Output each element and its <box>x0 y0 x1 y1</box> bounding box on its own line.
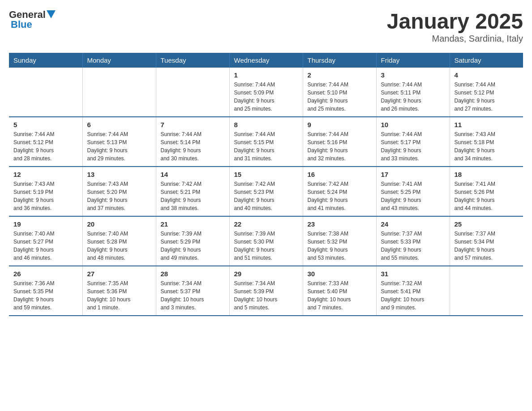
day-info: Sunrise: 7:40 AMSunset: 5:28 PMDaylight:… <box>87 230 151 262</box>
day-info: Sunrise: 7:44 AMSunset: 5:11 PMDaylight:… <box>381 81 445 113</box>
day-info: Sunrise: 7:44 AMSunset: 5:12 PMDaylight:… <box>455 81 519 113</box>
day-info: Sunrise: 7:38 AMSunset: 5:32 PMDaylight:… <box>308 230 372 262</box>
calendar-day-31: 31Sunrise: 7:32 AMSunset: 5:41 PMDayligh… <box>376 266 450 316</box>
day-info: Sunrise: 7:42 AMSunset: 5:24 PMDaylight:… <box>308 180 372 212</box>
calendar-empty-cell <box>82 68 156 117</box>
day-info: Sunrise: 7:44 AMSunset: 5:17 PMDaylight:… <box>381 130 445 163</box>
calendar-day-13: 13Sunrise: 7:43 AMSunset: 5:20 PMDayligh… <box>82 167 156 216</box>
day-info: Sunrise: 7:43 AMSunset: 5:19 PMDaylight:… <box>13 180 78 212</box>
calendar-day-21: 21Sunrise: 7:39 AMSunset: 5:29 PMDayligh… <box>156 216 229 266</box>
calendar-day-20: 20Sunrise: 7:40 AMSunset: 5:28 PMDayligh… <box>82 216 156 266</box>
calendar-day-9: 9Sunrise: 7:44 AMSunset: 5:16 PMDaylight… <box>303 117 376 167</box>
day-number: 18 <box>455 171 519 178</box>
calendar-day-11: 11Sunrise: 7:43 AMSunset: 5:18 PMDayligh… <box>450 117 523 167</box>
calendar-empty-cell <box>450 266 523 316</box>
calendar-day-24: 24Sunrise: 7:37 AMSunset: 5:33 PMDayligh… <box>376 216 450 266</box>
day-info: Sunrise: 7:44 AMSunset: 5:12 PMDaylight:… <box>13 130 78 163</box>
day-number: 13 <box>87 171 151 178</box>
calendar-day-3: 3Sunrise: 7:44 AMSunset: 5:11 PMDaylight… <box>376 68 450 117</box>
svg-marker-0 <box>47 10 56 18</box>
day-number: 16 <box>308 171 372 178</box>
header-wednesday: Wednesday <box>229 53 303 68</box>
day-info: Sunrise: 7:44 AMSunset: 5:13 PMDaylight:… <box>87 130 151 163</box>
day-number: 6 <box>87 121 151 128</box>
day-info: Sunrise: 7:44 AMSunset: 5:14 PMDaylight:… <box>161 130 225 163</box>
header-monday: Monday <box>82 53 156 68</box>
calendar-week-5: 26Sunrise: 7:36 AMSunset: 5:35 PMDayligh… <box>9 266 523 316</box>
calendar-day-23: 23Sunrise: 7:38 AMSunset: 5:32 PMDayligh… <box>303 216 376 266</box>
day-number: 9 <box>308 121 372 128</box>
day-info: Sunrise: 7:41 AMSunset: 5:25 PMDaylight:… <box>381 180 445 212</box>
day-info: Sunrise: 7:43 AMSunset: 5:20 PMDaylight:… <box>87 180 151 212</box>
day-info: Sunrise: 7:36 AMSunset: 5:35 PMDaylight:… <box>13 279 78 312</box>
day-number: 15 <box>234 171 298 178</box>
day-number: 23 <box>308 220 372 228</box>
day-info: Sunrise: 7:33 AMSunset: 5:40 PMDaylight:… <box>308 279 372 312</box>
day-number: 28 <box>161 270 225 278</box>
day-info: Sunrise: 7:44 AMSunset: 5:15 PMDaylight:… <box>234 130 298 163</box>
day-info: Sunrise: 7:35 AMSunset: 5:36 PMDaylight:… <box>87 279 151 312</box>
day-number: 14 <box>161 171 225 178</box>
day-number: 27 <box>87 270 151 278</box>
day-number: 17 <box>381 171 445 178</box>
calendar-week-3: 12Sunrise: 7:43 AMSunset: 5:19 PMDayligh… <box>9 167 523 216</box>
day-number: 2 <box>308 71 372 79</box>
calendar-day-1: 1Sunrise: 7:44 AMSunset: 5:09 PMDaylight… <box>229 68 303 117</box>
day-info: Sunrise: 7:39 AMSunset: 5:30 PMDaylight:… <box>234 230 298 262</box>
calendar-day-4: 4Sunrise: 7:44 AMSunset: 5:12 PMDaylight… <box>450 68 523 117</box>
calendar-day-26: 26Sunrise: 7:36 AMSunset: 5:35 PMDayligh… <box>9 266 82 316</box>
calendar-header-row: SundayMondayTuesdayWednesdayThursdayFrid… <box>9 53 523 68</box>
day-info: Sunrise: 7:44 AMSunset: 5:10 PMDaylight:… <box>308 81 372 113</box>
day-number: 21 <box>161 220 225 228</box>
day-info: Sunrise: 7:37 AMSunset: 5:33 PMDaylight:… <box>381 230 445 262</box>
day-number: 1 <box>234 71 298 79</box>
day-info: Sunrise: 7:34 AMSunset: 5:37 PMDaylight:… <box>161 279 225 312</box>
calendar-week-1: 1Sunrise: 7:44 AMSunset: 5:09 PMDaylight… <box>9 68 523 117</box>
day-number: 8 <box>234 121 298 128</box>
day-number: 4 <box>455 71 519 79</box>
header-friday: Friday <box>376 53 450 68</box>
day-info: Sunrise: 7:44 AMSunset: 5:09 PMDaylight:… <box>234 81 298 113</box>
day-info: Sunrise: 7:37 AMSunset: 5:34 PMDaylight:… <box>455 230 519 262</box>
calendar-day-7: 7Sunrise: 7:44 AMSunset: 5:14 PMDaylight… <box>156 117 229 167</box>
day-info: Sunrise: 7:42 AMSunset: 5:23 PMDaylight:… <box>234 180 298 212</box>
calendar-day-22: 22Sunrise: 7:39 AMSunset: 5:30 PMDayligh… <box>229 216 303 266</box>
logo-arrow-icon <box>47 10 56 19</box>
day-info: Sunrise: 7:41 AMSunset: 5:26 PMDaylight:… <box>455 180 519 212</box>
day-number: 22 <box>234 220 298 228</box>
day-info: Sunrise: 7:42 AMSunset: 5:21 PMDaylight:… <box>161 180 225 212</box>
calendar-day-10: 10Sunrise: 7:44 AMSunset: 5:17 PMDayligh… <box>376 117 450 167</box>
day-number: 24 <box>381 220 445 228</box>
calendar-day-29: 29Sunrise: 7:34 AMSunset: 5:39 PMDayligh… <box>229 266 303 316</box>
day-number: 3 <box>381 71 445 79</box>
day-number: 20 <box>87 220 151 228</box>
calendar-day-16: 16Sunrise: 7:42 AMSunset: 5:24 PMDayligh… <box>303 167 376 216</box>
calendar-day-14: 14Sunrise: 7:42 AMSunset: 5:21 PMDayligh… <box>156 167 229 216</box>
calendar-day-19: 19Sunrise: 7:40 AMSunset: 5:27 PMDayligh… <box>9 216 82 266</box>
header-sunday: Sunday <box>9 53 82 68</box>
calendar-week-4: 19Sunrise: 7:40 AMSunset: 5:27 PMDayligh… <box>9 216 523 266</box>
day-number: 25 <box>455 220 519 228</box>
day-number: 30 <box>308 270 372 278</box>
day-info: Sunrise: 7:44 AMSunset: 5:16 PMDaylight:… <box>308 130 372 163</box>
calendar-day-28: 28Sunrise: 7:34 AMSunset: 5:37 PMDayligh… <box>156 266 229 316</box>
day-info: Sunrise: 7:43 AMSunset: 5:18 PMDaylight:… <box>455 130 519 163</box>
day-number: 12 <box>13 171 78 178</box>
header-saturday: Saturday <box>450 53 523 68</box>
calendar-day-25: 25Sunrise: 7:37 AMSunset: 5:34 PMDayligh… <box>450 216 523 266</box>
title-block: January 2025 Mandas, Sardinia, Italy <box>387 9 523 44</box>
calendar-day-15: 15Sunrise: 7:42 AMSunset: 5:23 PMDayligh… <box>229 167 303 216</box>
calendar-empty-cell <box>156 68 229 117</box>
page-header: General Blue January 2025 Mandas, Sardin… <box>9 9 523 44</box>
calendar-day-27: 27Sunrise: 7:35 AMSunset: 5:36 PMDayligh… <box>82 266 156 316</box>
calendar-day-8: 8Sunrise: 7:44 AMSunset: 5:15 PMDaylight… <box>229 117 303 167</box>
header-thursday: Thursday <box>303 53 376 68</box>
day-number: 10 <box>381 121 445 128</box>
location-subtitle: Mandas, Sardinia, Italy <box>387 34 523 44</box>
day-number: 7 <box>161 121 225 128</box>
day-info: Sunrise: 7:32 AMSunset: 5:41 PMDaylight:… <box>381 279 445 312</box>
calendar-day-12: 12Sunrise: 7:43 AMSunset: 5:19 PMDayligh… <box>9 167 82 216</box>
calendar-day-2: 2Sunrise: 7:44 AMSunset: 5:10 PMDaylight… <box>303 68 376 117</box>
day-number: 29 <box>234 270 298 278</box>
day-info: Sunrise: 7:39 AMSunset: 5:29 PMDaylight:… <box>161 230 225 262</box>
